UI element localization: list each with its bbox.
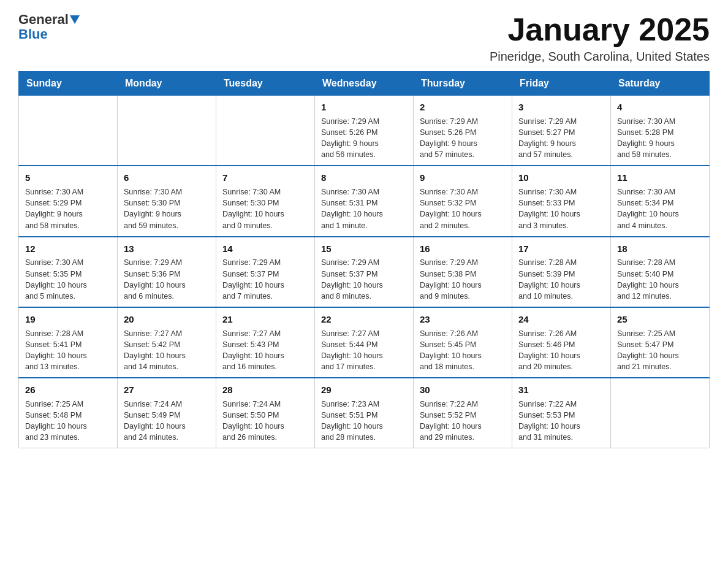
logo: General Blue	[18, 12, 80, 42]
calendar-table: Sunday Monday Tuesday Wednesday Thursday…	[18, 71, 710, 448]
page-header: General Blue January 2025 Pineridge, Sou…	[18, 12, 710, 64]
sun-info: Sunrise: 7:29 AMSunset: 5:37 PMDaylight:…	[222, 257, 308, 302]
sun-info: Sunrise: 7:25 AMSunset: 5:48 PMDaylight:…	[25, 399, 111, 443]
table-row: 15Sunrise: 7:29 AMSunset: 5:37 PMDayligh…	[315, 237, 414, 307]
weekday-tuesday: Tuesday	[216, 72, 315, 96]
day-number: 4	[617, 101, 703, 114]
table-row: 17Sunrise: 7:28 AMSunset: 5:39 PMDayligh…	[512, 237, 611, 307]
day-number: 8	[321, 171, 407, 185]
table-row: 5Sunrise: 7:30 AMSunset: 5:29 PMDaylight…	[19, 166, 118, 236]
sun-info: Sunrise: 7:30 AMSunset: 5:32 PMDaylight:…	[420, 186, 506, 231]
sun-info: Sunrise: 7:30 AMSunset: 5:35 PMDaylight:…	[25, 257, 111, 302]
sun-info: Sunrise: 7:28 AMSunset: 5:40 PMDaylight:…	[617, 257, 703, 302]
sun-info: Sunrise: 7:26 AMSunset: 5:46 PMDaylight:…	[518, 328, 604, 373]
sun-info: Sunrise: 7:22 AMSunset: 5:53 PMDaylight:…	[518, 399, 604, 443]
calendar-week-row: 1Sunrise: 7:29 AMSunset: 5:26 PMDaylight…	[19, 96, 710, 166]
table-row: 3Sunrise: 7:29 AMSunset: 5:27 PMDaylight…	[512, 96, 611, 166]
logo-text-blue: Blue	[18, 27, 48, 42]
day-number: 6	[124, 171, 210, 185]
weekday-wednesday: Wednesday	[315, 72, 414, 96]
sun-info: Sunrise: 7:30 AMSunset: 5:31 PMDaylight:…	[321, 186, 407, 231]
table-row: 24Sunrise: 7:26 AMSunset: 5:46 PMDayligh…	[512, 307, 611, 378]
sun-info: Sunrise: 7:26 AMSunset: 5:45 PMDaylight:…	[420, 328, 506, 373]
calendar-title: January 2025	[490, 12, 710, 47]
sun-info: Sunrise: 7:29 AMSunset: 5:36 PMDaylight:…	[124, 257, 210, 302]
sun-info: Sunrise: 7:27 AMSunset: 5:44 PMDaylight:…	[321, 328, 407, 373]
calendar-week-row: 12Sunrise: 7:30 AMSunset: 5:35 PMDayligh…	[19, 237, 710, 307]
sun-info: Sunrise: 7:22 AMSunset: 5:52 PMDaylight:…	[420, 399, 506, 443]
table-row: 12Sunrise: 7:30 AMSunset: 5:35 PMDayligh…	[19, 237, 118, 307]
table-row: 31Sunrise: 7:22 AMSunset: 5:53 PMDayligh…	[512, 378, 611, 448]
calendar-week-row: 5Sunrise: 7:30 AMSunset: 5:29 PMDaylight…	[19, 166, 710, 236]
sun-info: Sunrise: 7:30 AMSunset: 5:34 PMDaylight:…	[617, 186, 703, 231]
day-number: 10	[518, 171, 604, 185]
table-row: 9Sunrise: 7:30 AMSunset: 5:32 PMDaylight…	[414, 166, 512, 236]
day-number: 25	[617, 313, 703, 326]
table-row: 7Sunrise: 7:30 AMSunset: 5:30 PMDaylight…	[216, 166, 315, 236]
table-row: 4Sunrise: 7:30 AMSunset: 5:28 PMDaylight…	[611, 96, 710, 166]
sun-info: Sunrise: 7:29 AMSunset: 5:26 PMDaylight:…	[420, 116, 506, 161]
calendar-header-row: Sunday Monday Tuesday Wednesday Thursday…	[19, 72, 710, 96]
table-row: 11Sunrise: 7:30 AMSunset: 5:34 PMDayligh…	[611, 166, 710, 236]
day-number: 21	[222, 313, 308, 326]
table-row: 25Sunrise: 7:25 AMSunset: 5:47 PMDayligh…	[611, 307, 710, 378]
table-row: 2Sunrise: 7:29 AMSunset: 5:26 PMDaylight…	[414, 96, 512, 166]
day-number: 31	[518, 383, 604, 397]
sun-info: Sunrise: 7:24 AMSunset: 5:50 PMDaylight:…	[222, 399, 308, 443]
table-row	[216, 96, 315, 166]
logo-text-general: General	[18, 12, 69, 27]
table-row	[19, 96, 118, 166]
table-row: 19Sunrise: 7:28 AMSunset: 5:41 PMDayligh…	[19, 307, 118, 378]
day-number: 24	[518, 313, 604, 326]
day-number: 1	[321, 101, 407, 114]
sun-info: Sunrise: 7:30 AMSunset: 5:28 PMDaylight:…	[617, 116, 703, 161]
weekday-sunday: Sunday	[19, 72, 118, 96]
logo-triangle-icon	[70, 15, 80, 24]
table-row: 8Sunrise: 7:30 AMSunset: 5:31 PMDaylight…	[315, 166, 414, 236]
sun-info: Sunrise: 7:29 AMSunset: 5:26 PMDaylight:…	[321, 116, 407, 161]
table-row: 22Sunrise: 7:27 AMSunset: 5:44 PMDayligh…	[315, 307, 414, 378]
day-number: 3	[518, 101, 604, 114]
sun-info: Sunrise: 7:27 AMSunset: 5:42 PMDaylight:…	[124, 328, 210, 373]
weekday-monday: Monday	[118, 72, 216, 96]
day-number: 23	[420, 313, 506, 326]
day-number: 22	[321, 313, 407, 326]
day-number: 15	[321, 242, 407, 256]
calendar-week-row: 19Sunrise: 7:28 AMSunset: 5:41 PMDayligh…	[19, 307, 710, 378]
day-number: 9	[420, 171, 506, 185]
table-row: 28Sunrise: 7:24 AMSunset: 5:50 PMDayligh…	[216, 378, 315, 448]
day-number: 18	[617, 242, 703, 256]
day-number: 29	[321, 383, 407, 397]
day-number: 30	[420, 383, 506, 397]
weekday-thursday: Thursday	[414, 72, 512, 96]
table-row: 14Sunrise: 7:29 AMSunset: 5:37 PMDayligh…	[216, 237, 315, 307]
day-number: 7	[222, 171, 308, 185]
title-area: January 2025 Pineridge, South Carolina, …	[490, 12, 710, 64]
sun-info: Sunrise: 7:29 AMSunset: 5:27 PMDaylight:…	[518, 116, 604, 161]
day-number: 19	[25, 313, 111, 326]
day-number: 26	[25, 383, 111, 397]
day-number: 27	[124, 383, 210, 397]
table-row: 26Sunrise: 7:25 AMSunset: 5:48 PMDayligh…	[19, 378, 118, 448]
table-row: 16Sunrise: 7:29 AMSunset: 5:38 PMDayligh…	[414, 237, 512, 307]
weekday-friday: Friday	[512, 72, 611, 96]
sun-info: Sunrise: 7:28 AMSunset: 5:39 PMDaylight:…	[518, 257, 604, 302]
table-row: 30Sunrise: 7:22 AMSunset: 5:52 PMDayligh…	[414, 378, 512, 448]
table-row: 13Sunrise: 7:29 AMSunset: 5:36 PMDayligh…	[118, 237, 216, 307]
day-number: 16	[420, 242, 506, 256]
sun-info: Sunrise: 7:23 AMSunset: 5:51 PMDaylight:…	[321, 399, 407, 443]
sun-info: Sunrise: 7:30 AMSunset: 5:30 PMDaylight:…	[124, 186, 210, 231]
calendar-week-row: 26Sunrise: 7:25 AMSunset: 5:48 PMDayligh…	[19, 378, 710, 448]
table-row	[118, 96, 216, 166]
sun-info: Sunrise: 7:30 AMSunset: 5:29 PMDaylight:…	[25, 186, 111, 231]
table-row: 27Sunrise: 7:24 AMSunset: 5:49 PMDayligh…	[118, 378, 216, 448]
table-row: 1Sunrise: 7:29 AMSunset: 5:26 PMDaylight…	[315, 96, 414, 166]
table-row: 21Sunrise: 7:27 AMSunset: 5:43 PMDayligh…	[216, 307, 315, 378]
day-number: 17	[518, 242, 604, 256]
day-number: 12	[25, 242, 111, 256]
table-row	[611, 378, 710, 448]
sun-info: Sunrise: 7:30 AMSunset: 5:30 PMDaylight:…	[222, 186, 308, 231]
day-number: 20	[124, 313, 210, 326]
table-row: 23Sunrise: 7:26 AMSunset: 5:45 PMDayligh…	[414, 307, 512, 378]
sun-info: Sunrise: 7:28 AMSunset: 5:41 PMDaylight:…	[25, 328, 111, 373]
